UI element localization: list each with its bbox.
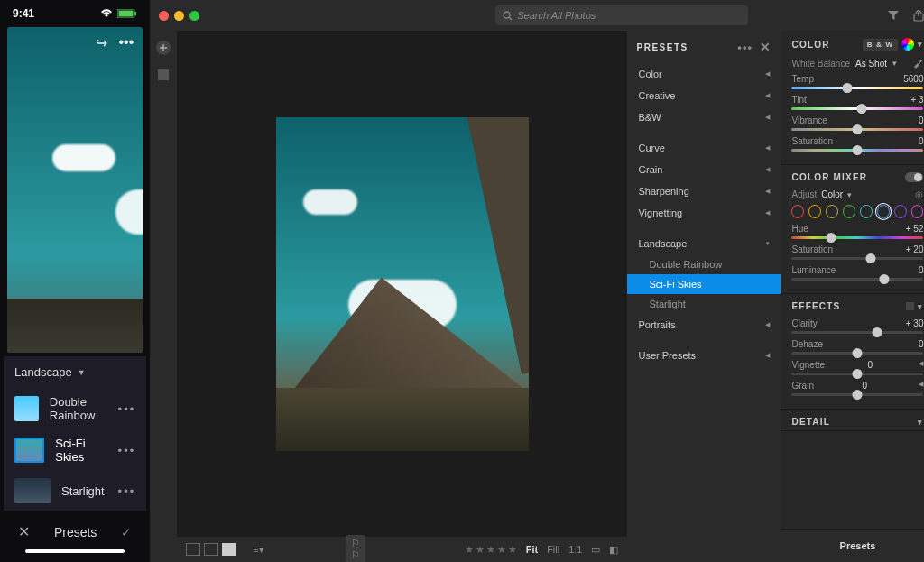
preset-group-landscape[interactable]: Landscape▾ [627,233,781,254]
grid-view-button[interactable] [157,69,170,81]
zoom-1to1-button[interactable]: 1:1 [568,544,582,556]
preset-label: Double Rainbow [50,395,107,422]
preset-group-curve[interactable]: Curve◀ [627,137,781,159]
saturation-slider[interactable]: Saturation0 [791,136,923,152]
presets-footer-button[interactable]: Presets [781,529,924,562]
bw-toggle[interactable]: B & W [863,39,899,51]
swatch-purple[interactable] [894,205,907,218]
vibrance-slider[interactable]: Vibrance0 [791,115,923,131]
eyedropper-icon[interactable] [912,58,923,69]
share-icon[interactable] [912,9,924,22]
search-icon [503,11,513,21]
split-icon[interactable]: ◧ [609,544,618,556]
more-icon[interactable]: ••• [118,402,136,416]
swatch-magenta[interactable] [911,205,924,218]
preset-group-color[interactable]: Color◀ [627,63,781,85]
adjust-dropdown[interactable]: Color [821,189,843,199]
presets-title: PRESETS [636,42,688,52]
swatch-blue[interactable] [877,205,890,218]
swatch-orange[interactable] [808,205,821,218]
detail-section[interactable]: DETAIL ▾ [781,410,924,431]
preset-group-sharpening[interactable]: Sharpening◀ [627,180,781,202]
filter-icon[interactable] [887,9,900,22]
color-section: COLOR B & W ▾ White Balance As Shot ▾ Te… [781,31,924,165]
rating-stars[interactable]: ★★★★★ [465,544,517,556]
compare-icon[interactable]: ▭ [591,544,600,556]
more-icon[interactable]: ••• [118,444,136,457]
chevron-down-icon: ▾ [918,40,923,49]
grain-slider[interactable]: Grain0◀ [791,381,923,396]
dehaze-slider[interactable]: Dehaze0 [791,339,923,355]
wifi-icon [100,9,113,18]
clarity-slider[interactable]: Clarity+ 30 [791,318,923,334]
color-header: COLOR [791,40,829,50]
filmstrip-bar: ≡▾ ⚐ ⚐ ★★★★★ Fit Fill 1:1 ▭ ◧ [177,537,627,562]
home-indicator [25,549,125,553]
svg-line-4 [509,17,512,20]
mixer-saturation-slider[interactable]: Saturation+ 20 [791,244,923,260]
split-toning-icon[interactable] [906,302,914,310]
confirm-button[interactable]: ✓ [121,525,132,539]
preset-item-scifi-skies[interactable]: Sci-Fi Skies ••• [4,429,146,471]
mobile-photo-preview[interactable]: ↪ ••• [7,27,143,353]
maximize-window-button[interactable] [189,11,199,21]
preset-scifi-skies[interactable]: Sci-Fi Skies [627,274,781,294]
preset-category-dropdown[interactable]: Landscape ▼ [4,356,146,388]
preset-double-rainbow[interactable]: Double Rainbow [627,254,781,274]
svg-rect-2 [135,12,137,15]
hue-slider[interactable]: Hue+ 52 [791,224,923,239]
battery-icon [117,9,137,18]
swatch-red[interactable] [791,205,804,218]
status-time: 9:41 [13,7,34,20]
left-rail [150,31,177,562]
swatch-yellow[interactable] [826,205,838,218]
photo-canvas[interactable] [177,31,627,537]
swatch-aqua[interactable] [860,205,873,218]
preset-group-portraits[interactable]: Portraits◀ [627,314,781,336]
swatch-green[interactable] [843,205,855,218]
temp-slider[interactable]: Temp5600 [791,74,923,89]
mixer-header: COLOR MIXER [791,172,867,182]
window-controls [159,11,199,21]
flag-icon[interactable]: ⚐ ⚐ [346,535,365,562]
preset-item-starlight[interactable]: Starlight ••• [4,471,146,511]
presets-more-icon[interactable]: ••• [737,41,753,54]
preset-item-double-rainbow[interactable]: Double Rainbow ••• [4,388,146,429]
close-icon[interactable]: ✕ [760,40,772,54]
vignette-slider[interactable]: Vignette0◀ [791,360,923,375]
cancel-button[interactable]: ✕ [18,523,30,540]
preset-group-user[interactable]: User Presets◀ [627,345,781,366]
preset-thumb [14,438,44,463]
tint-slider[interactable]: Tint+ 3 [791,95,923,110]
redo-icon[interactable]: ↪ [96,34,107,51]
color-mixer-section: COLOR MIXER Adjust Color ▾ ◎ [781,165,924,294]
svg-point-3 [504,12,510,18]
zoom-fill-button[interactable]: Fill [547,544,559,556]
preset-group-creative[interactable]: Creative◀ [627,85,781,106]
effects-section: EFFECTS ▾ Clarity+ 30 Dehaze0 Vignette0◀ [781,294,924,410]
add-photo-button[interactable] [155,40,171,56]
photo-preview [276,117,529,451]
preset-label: Sci-Fi Skies [55,437,106,464]
view-mode-switcher[interactable] [186,543,236,556]
target-adjust-icon[interactable]: ◎ [915,189,923,199]
close-window-button[interactable] [159,11,169,21]
preset-thumb [14,478,51,503]
sort-icon[interactable]: ≡▾ [253,544,263,556]
preset-group-bw[interactable]: B&W◀ [627,106,781,128]
mobile-mockup: 9:41 ↪ ••• Landscape ▼ Double Rainbow ••… [0,0,150,562]
preset-starlight[interactable]: Starlight [627,294,781,314]
search-input[interactable]: Search All Photos [495,5,748,25]
zoom-fit-button[interactable]: Fit [526,544,538,556]
titlebar: Search All Photos [150,0,924,31]
color-grading-icon[interactable] [901,38,914,51]
preset-group-grain[interactable]: Grain◀ [627,159,781,180]
more-icon[interactable]: ••• [118,34,134,51]
mixer-toggle[interactable] [905,172,923,182]
wb-dropdown[interactable]: As Shot [855,59,887,69]
preset-group-vignetting[interactable]: Vignetting◀ [627,202,781,224]
minimize-window-button[interactable] [174,11,184,21]
luminance-slider[interactable]: Luminance0 [791,265,923,281]
more-icon[interactable]: ••• [118,484,136,498]
preset-category-label: Landscape [14,365,72,379]
